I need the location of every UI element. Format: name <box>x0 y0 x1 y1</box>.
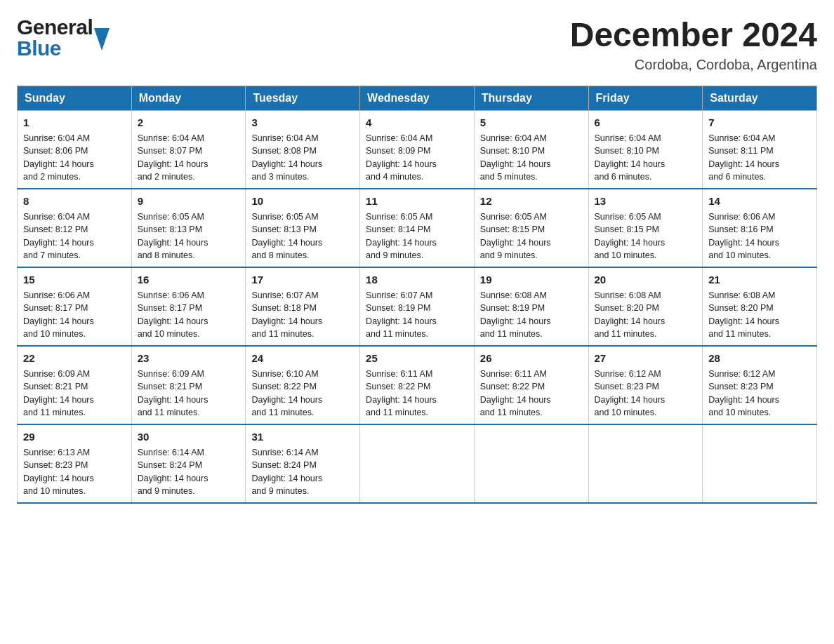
col-wednesday: Wednesday <box>360 86 475 110</box>
day-info: Sunrise: 6:04 AMSunset: 8:10 PMDaylight:… <box>480 133 551 182</box>
table-row: 27 Sunrise: 6:12 AMSunset: 8:23 PMDaylig… <box>588 346 703 424</box>
day-info: Sunrise: 6:08 AMSunset: 8:20 PMDaylight:… <box>595 290 666 340</box>
table-row: 7 Sunrise: 6:04 AMSunset: 8:11 PMDayligh… <box>703 110 817 189</box>
day-info: Sunrise: 6:04 AMSunset: 8:11 PMDaylight:… <box>708 133 779 182</box>
col-saturday: Saturday <box>703 86 817 110</box>
day-number: 28 <box>708 351 811 365</box>
table-row: 14 Sunrise: 6:06 AMSunset: 8:16 PMDaylig… <box>703 189 817 267</box>
calendar-table: Sunday Monday Tuesday Wednesday Thursday… <box>17 86 817 504</box>
col-thursday: Thursday <box>474 86 588 110</box>
day-number: 23 <box>138 351 240 365</box>
calendar-body: 1 Sunrise: 6:04 AMSunset: 8:06 PMDayligh… <box>18 110 817 503</box>
table-row: 5 Sunrise: 6:04 AMSunset: 8:10 PMDayligh… <box>474 110 588 189</box>
calendar-header: Sunday Monday Tuesday Wednesday Thursday… <box>18 86 817 110</box>
day-info: Sunrise: 6:14 AMSunset: 8:24 PMDaylight:… <box>138 448 208 497</box>
svg-marker-0 <box>94 28 110 51</box>
table-row: 19 Sunrise: 6:08 AMSunset: 8:19 PMDaylig… <box>474 267 588 346</box>
day-number: 25 <box>366 351 468 365</box>
table-row <box>474 424 588 503</box>
table-row: 3 Sunrise: 6:04 AMSunset: 8:08 PMDayligh… <box>246 110 360 189</box>
day-info: Sunrise: 6:05 AMSunset: 8:15 PMDaylight:… <box>595 212 666 261</box>
day-number: 17 <box>251 272 354 287</box>
day-number: 1 <box>23 115 126 130</box>
table-row: 9 Sunrise: 6:05 AMSunset: 8:13 PMDayligh… <box>131 189 246 267</box>
day-number: 27 <box>595 351 697 365</box>
day-number: 20 <box>595 272 697 287</box>
day-number: 10 <box>251 194 354 208</box>
month-title: December 2024 <box>570 17 817 54</box>
day-number: 31 <box>251 429 354 444</box>
table-row: 26 Sunrise: 6:11 AMSunset: 8:22 PMDaylig… <box>474 346 588 424</box>
day-number: 18 <box>366 272 468 287</box>
logo-blue-text: Blue <box>17 38 93 59</box>
table-row <box>588 424 703 503</box>
day-info: Sunrise: 6:07 AMSunset: 8:19 PMDaylight:… <box>366 290 437 340</box>
day-info: Sunrise: 6:08 AMSunset: 8:20 PMDaylight:… <box>708 290 779 340</box>
table-row: 1 Sunrise: 6:04 AMSunset: 8:06 PMDayligh… <box>18 110 132 189</box>
day-info: Sunrise: 6:07 AMSunset: 8:18 PMDaylight:… <box>251 290 322 340</box>
day-info: Sunrise: 6:06 AMSunset: 8:17 PMDaylight:… <box>138 290 208 340</box>
day-info: Sunrise: 6:06 AMSunset: 8:16 PMDaylight:… <box>708 212 779 261</box>
col-sunday: Sunday <box>18 86 132 110</box>
day-number: 21 <box>708 272 811 287</box>
day-number: 6 <box>595 115 697 130</box>
table-row: 25 Sunrise: 6:11 AMSunset: 8:22 PMDaylig… <box>360 346 475 424</box>
day-info: Sunrise: 6:04 AMSunset: 8:10 PMDaylight:… <box>595 133 666 182</box>
weekday-header-row: Sunday Monday Tuesday Wednesday Thursday… <box>18 86 817 110</box>
title-block: December 2024 Cordoba, Cordoba, Argentin… <box>570 17 817 73</box>
day-number: 13 <box>595 194 697 208</box>
table-row <box>703 424 817 503</box>
logo-general-text: General <box>17 17 93 38</box>
day-info: Sunrise: 6:10 AMSunset: 8:22 PMDaylight:… <box>251 369 322 418</box>
day-info: Sunrise: 6:12 AMSunset: 8:23 PMDaylight:… <box>708 369 779 418</box>
table-row: 24 Sunrise: 6:10 AMSunset: 8:22 PMDaylig… <box>246 346 360 424</box>
day-number: 7 <box>708 115 811 130</box>
table-row: 13 Sunrise: 6:05 AMSunset: 8:15 PMDaylig… <box>588 189 703 267</box>
table-row: 6 Sunrise: 6:04 AMSunset: 8:10 PMDayligh… <box>588 110 703 189</box>
day-info: Sunrise: 6:05 AMSunset: 8:14 PMDaylight:… <box>366 212 437 261</box>
calendar-week-row: 1 Sunrise: 6:04 AMSunset: 8:06 PMDayligh… <box>18 110 817 189</box>
col-monday: Monday <box>131 86 246 110</box>
day-info: Sunrise: 6:09 AMSunset: 8:21 PMDaylight:… <box>138 369 208 418</box>
table-row: 23 Sunrise: 6:09 AMSunset: 8:21 PMDaylig… <box>131 346 246 424</box>
day-info: Sunrise: 6:08 AMSunset: 8:19 PMDaylight:… <box>480 290 551 340</box>
table-row: 12 Sunrise: 6:05 AMSunset: 8:15 PMDaylig… <box>474 189 588 267</box>
day-number: 16 <box>138 272 240 287</box>
table-row: 30 Sunrise: 6:14 AMSunset: 8:24 PMDaylig… <box>131 424 246 503</box>
day-number: 24 <box>251 351 354 365</box>
day-number: 14 <box>708 194 811 208</box>
day-info: Sunrise: 6:11 AMSunset: 8:22 PMDaylight:… <box>366 369 437 418</box>
table-row: 2 Sunrise: 6:04 AMSunset: 8:07 PMDayligh… <box>131 110 246 189</box>
table-row: 8 Sunrise: 6:04 AMSunset: 8:12 PMDayligh… <box>18 189 132 267</box>
day-number: 19 <box>480 272 583 287</box>
logo: General Blue <box>17 17 110 59</box>
calendar-week-row: 29 Sunrise: 6:13 AMSunset: 8:23 PMDaylig… <box>18 424 817 503</box>
day-number: 5 <box>480 115 583 130</box>
logo-triangle-icon <box>94 28 110 51</box>
table-row: 16 Sunrise: 6:06 AMSunset: 8:17 PMDaylig… <box>131 267 246 346</box>
table-row: 31 Sunrise: 6:14 AMSunset: 8:24 PMDaylig… <box>246 424 360 503</box>
day-info: Sunrise: 6:04 AMSunset: 8:08 PMDaylight:… <box>251 133 322 182</box>
day-number: 9 <box>138 194 240 208</box>
table-row: 29 Sunrise: 6:13 AMSunset: 8:23 PMDaylig… <box>18 424 132 503</box>
day-info: Sunrise: 6:11 AMSunset: 8:22 PMDaylight:… <box>480 369 551 418</box>
day-number: 30 <box>138 429 240 444</box>
table-row: 22 Sunrise: 6:09 AMSunset: 8:21 PMDaylig… <box>18 346 132 424</box>
table-row <box>360 424 475 503</box>
calendar-week-row: 15 Sunrise: 6:06 AMSunset: 8:17 PMDaylig… <box>18 267 817 346</box>
day-info: Sunrise: 6:05 AMSunset: 8:13 PMDaylight:… <box>251 212 322 261</box>
location: Cordoba, Cordoba, Argentina <box>570 57 817 73</box>
day-number: 15 <box>23 272 126 287</box>
day-number: 4 <box>366 115 468 130</box>
day-number: 2 <box>138 115 240 130</box>
table-row: 28 Sunrise: 6:12 AMSunset: 8:23 PMDaylig… <box>703 346 817 424</box>
day-number: 3 <box>251 115 354 130</box>
day-info: Sunrise: 6:14 AMSunset: 8:24 PMDaylight:… <box>251 448 322 497</box>
calendar-week-row: 22 Sunrise: 6:09 AMSunset: 8:21 PMDaylig… <box>18 346 817 424</box>
table-row: 17 Sunrise: 6:07 AMSunset: 8:18 PMDaylig… <box>246 267 360 346</box>
day-number: 22 <box>23 351 126 365</box>
day-info: Sunrise: 6:04 AMSunset: 8:09 PMDaylight:… <box>366 133 437 182</box>
table-row: 15 Sunrise: 6:06 AMSunset: 8:17 PMDaylig… <box>18 267 132 346</box>
table-row: 10 Sunrise: 6:05 AMSunset: 8:13 PMDaylig… <box>246 189 360 267</box>
table-row: 20 Sunrise: 6:08 AMSunset: 8:20 PMDaylig… <box>588 267 703 346</box>
